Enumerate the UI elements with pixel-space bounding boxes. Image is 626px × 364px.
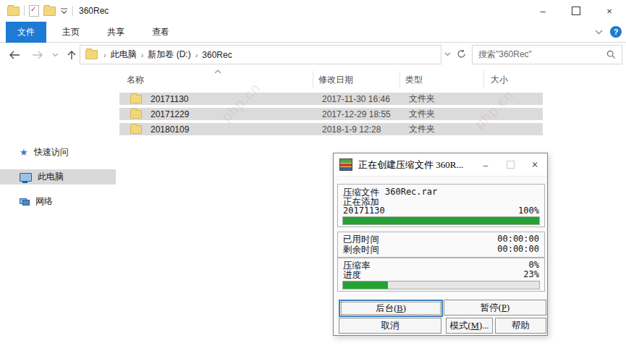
close-button[interactable]: × bbox=[593, 0, 626, 22]
current-item-line: 20171130 100% bbox=[343, 206, 539, 216]
archive-status-group: 压缩文件 360Rec.rar 正在添加 20171130 100% bbox=[337, 184, 545, 227]
search-input[interactable]: 搜索"360Rec" bbox=[472, 45, 622, 64]
app-folder-icon bbox=[7, 7, 20, 16]
tab-file[interactable]: 文件 bbox=[6, 22, 46, 43]
file-date: 2017-12-29 18:55 bbox=[322, 109, 391, 119]
progress-group: 压缩率 0% 进度 23% bbox=[337, 258, 545, 292]
button-label: )... bbox=[479, 321, 489, 331]
sidebar-item-label: 此电脑 bbox=[38, 171, 64, 183]
remaining-label: 剩余时间 bbox=[343, 244, 379, 256]
star-icon: ★ bbox=[20, 147, 28, 158]
total-progress-bar bbox=[342, 281, 540, 289]
total-progress-fill bbox=[343, 282, 388, 289]
progress-line: 进度 23% bbox=[343, 269, 539, 282]
folder-icon bbox=[130, 125, 142, 134]
button-mnemonic: P bbox=[502, 302, 507, 313]
file-progress-fill bbox=[343, 217, 539, 224]
winrar-progress-dialog: 正在创建压缩文件 360R... – × 压缩文件 360Rec.rar 正在添… bbox=[333, 153, 548, 336]
file-type: 文件夹 bbox=[409, 108, 435, 120]
column-header-row: 名称 修改日期 类型 大小 bbox=[116, 69, 626, 88]
tab-share[interactable]: 共享 bbox=[96, 22, 136, 42]
button-label: ) bbox=[403, 303, 406, 314]
mode-button[interactable]: 模式(M)... bbox=[446, 318, 493, 334]
address-dropdown-chevron-icon[interactable] bbox=[441, 45, 454, 63]
progress-label: 进度 bbox=[343, 269, 361, 282]
tab-home[interactable]: 主页 bbox=[51, 22, 91, 42]
file-type: 文件夹 bbox=[409, 123, 435, 135]
breadcrumb-this-pc[interactable]: 此电脑 bbox=[108, 48, 140, 61]
maximize-icon bbox=[572, 7, 580, 15]
search-placeholder: 搜索"360Rec" bbox=[473, 48, 606, 61]
remaining-line: 剩余时间 00:00:00 bbox=[343, 244, 539, 256]
properties-icon[interactable] bbox=[29, 5, 39, 17]
up-button[interactable] bbox=[67, 50, 76, 60]
file-date: 2017-11-30 16:46 bbox=[322, 94, 390, 104]
table-row[interactable]: 20171229 2017-12-29 18:55 文件夹 bbox=[119, 108, 543, 120]
column-header-date[interactable]: 修改日期 bbox=[318, 74, 353, 86]
breadcrumb-separator: › bbox=[194, 51, 200, 59]
refresh-button[interactable] bbox=[454, 45, 468, 63]
column-divider[interactable] bbox=[313, 71, 313, 88]
back-button[interactable] bbox=[9, 51, 20, 59]
dialog-minimize-button[interactable]: – bbox=[473, 153, 498, 176]
breadcrumb-drive-d[interactable]: 新加卷 (D:) bbox=[145, 48, 193, 61]
qat-customize-chevron-icon[interactable] bbox=[60, 8, 68, 14]
sidebar-item-network[interactable]: 网络 bbox=[0, 194, 116, 209]
expand-ribbon-chevron-icon[interactable] bbox=[595, 30, 603, 35]
minimize-button[interactable]: – bbox=[526, 0, 559, 22]
navigation-pane: ★ 快速访问 此电脑 网络 bbox=[0, 67, 116, 364]
progress-value: 23% bbox=[523, 269, 539, 282]
button-label: 后台( bbox=[376, 302, 397, 315]
cancel-button[interactable]: 取消 bbox=[339, 318, 441, 334]
column-header-name[interactable]: 名称 bbox=[127, 74, 144, 86]
help-icon[interactable]: ? bbox=[610, 26, 622, 38]
background-button[interactable]: 后台(B) bbox=[339, 300, 443, 317]
search-icon[interactable] bbox=[606, 50, 616, 59]
sort-ascending-icon bbox=[214, 69, 221, 74]
dialog-title: 正在创建压缩文件 360R... bbox=[358, 158, 473, 172]
button-label: 模式( bbox=[450, 320, 471, 332]
forward-button[interactable] bbox=[32, 51, 43, 59]
column-header-type[interactable]: 类型 bbox=[405, 74, 423, 86]
breadcrumb-folder-icon bbox=[85, 50, 98, 59]
breadcrumb-360rec[interactable]: 360Rec bbox=[199, 50, 234, 60]
column-header-size[interactable]: 大小 bbox=[491, 74, 508, 86]
monitor-icon bbox=[20, 173, 32, 182]
screen: { "window": { "title": "360Rec", "minimi… bbox=[0, 0, 626, 364]
dialog-maximize-button bbox=[498, 153, 523, 176]
table-row[interactable]: 20171130 2017-11-30 16:46 文件夹 bbox=[119, 93, 543, 105]
file-date: 2018-1-9 12:28 bbox=[322, 124, 381, 135]
pause-button[interactable]: 暂停(P) bbox=[444, 300, 546, 316]
quick-access-toolbar bbox=[0, 5, 73, 17]
current-item-percent: 100% bbox=[518, 206, 539, 216]
dialog-close-button[interactable]: × bbox=[523, 153, 547, 176]
help-button[interactable]: 帮助 bbox=[495, 318, 546, 334]
current-item-name: 20171130 bbox=[343, 206, 385, 216]
window-title: 360Rec bbox=[79, 6, 109, 16]
remaining-value: 00:00:00 bbox=[497, 244, 539, 256]
file-name: 20180109 bbox=[151, 124, 189, 135]
table-row[interactable]: 20180109 2018-1-9 12:28 文件夹 bbox=[119, 123, 543, 135]
button-mnemonic: M bbox=[471, 321, 479, 331]
column-divider[interactable] bbox=[399, 71, 400, 88]
file-name: 20171229 bbox=[151, 109, 189, 119]
breadcrumb-separator: › bbox=[102, 51, 108, 59]
address-bar-row: › 此电脑 › 新加卷 (D:) › 360Rec 搜索"360Rec" bbox=[0, 43, 626, 67]
dialog-titlebar: 正在创建压缩文件 360R... – × bbox=[334, 153, 547, 177]
sidebar-item-this-pc[interactable]: 此电脑 bbox=[0, 169, 116, 185]
maximize-button[interactable] bbox=[559, 0, 593, 22]
sidebar-item-quick-access[interactable]: ★ 快速访问 bbox=[0, 145, 116, 160]
new-folder-icon[interactable] bbox=[43, 7, 56, 16]
button-label: ) bbox=[507, 302, 509, 313]
tab-view[interactable]: 查看 bbox=[140, 22, 181, 42]
explorer-titlebar: 360Rec – × bbox=[0, 0, 626, 22]
ribbon-tab-bar: 文件 主页 共享 查看 ? bbox=[0, 22, 626, 43]
column-divider[interactable] bbox=[483, 71, 484, 88]
button-label: 暂停( bbox=[481, 302, 502, 314]
recent-locations-chevron-icon[interactable] bbox=[52, 53, 59, 57]
address-breadcrumb[interactable]: › 此电脑 › 新加卷 (D:) › 360Rec bbox=[80, 45, 441, 64]
breadcrumb-separator: › bbox=[140, 51, 145, 59]
file-name: 20171130 bbox=[151, 94, 189, 104]
file-progress-bar bbox=[342, 216, 540, 225]
window-controls: – × bbox=[526, 0, 626, 22]
